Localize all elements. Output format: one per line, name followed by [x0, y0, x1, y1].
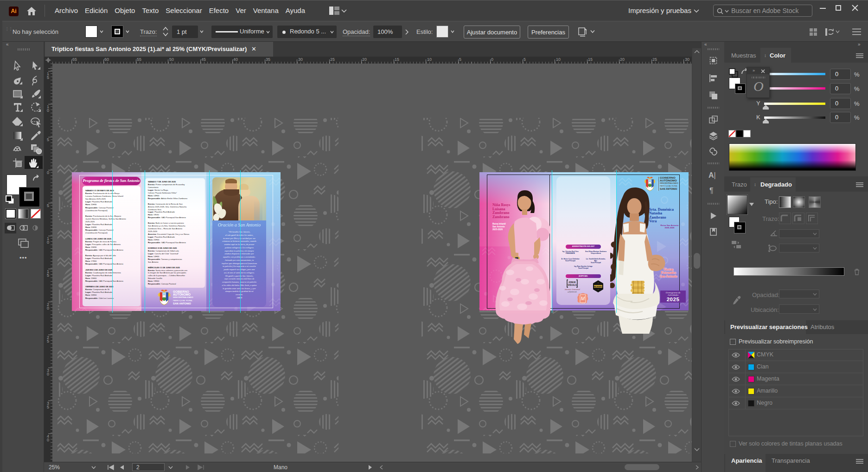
- svg-text:M: M: [581, 296, 585, 301]
- svg-text:MODAS: MODAS: [581, 303, 585, 304]
- svg-text:JONUK: JONUK: [568, 281, 576, 284]
- svg-text:BALNEARIO: BALNEARIO: [594, 286, 603, 288]
- svg-text:***: ***: [597, 289, 599, 291]
- svg-text:VISUALS: VISUALS: [568, 284, 577, 286]
- svg-text:***: ***: [597, 283, 599, 284]
